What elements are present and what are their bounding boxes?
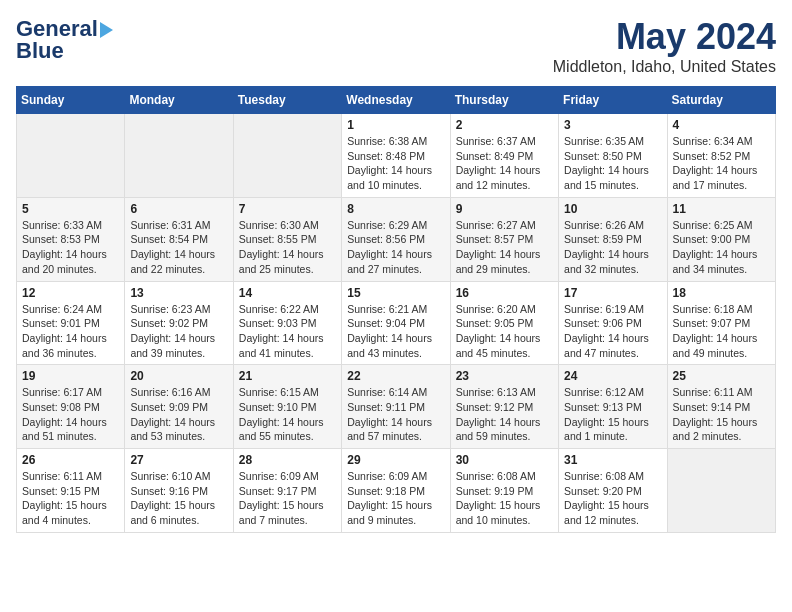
header-monday: Monday [125,87,233,114]
calendar-cell: 15Sunrise: 6:21 AMSunset: 9:04 PMDayligh… [342,281,450,365]
calendar-cell: 18Sunrise: 6:18 AMSunset: 9:07 PMDayligh… [667,281,775,365]
calendar-cell: 17Sunrise: 6:19 AMSunset: 9:06 PMDayligh… [559,281,667,365]
day-number: 14 [239,286,336,300]
calendar-cell: 24Sunrise: 6:12 AMSunset: 9:13 PMDayligh… [559,365,667,449]
day-number: 18 [673,286,770,300]
day-info: Sunrise: 6:11 AMSunset: 9:15 PMDaylight:… [22,469,119,528]
header-sunday: Sunday [17,87,125,114]
day-number: 5 [22,202,119,216]
subtitle: Middleton, Idaho, United States [553,58,776,76]
day-info: Sunrise: 6:25 AMSunset: 9:00 PMDaylight:… [673,218,770,277]
header-wednesday: Wednesday [342,87,450,114]
calendar-week-2: 5Sunrise: 6:33 AMSunset: 8:53 PMDaylight… [17,197,776,281]
day-number: 10 [564,202,661,216]
day-number: 26 [22,453,119,467]
day-info: Sunrise: 6:08 AMSunset: 9:20 PMDaylight:… [564,469,661,528]
calendar-cell [667,449,775,533]
calendar-cell: 3Sunrise: 6:35 AMSunset: 8:50 PMDaylight… [559,114,667,198]
calendar-cell: 31Sunrise: 6:08 AMSunset: 9:20 PMDayligh… [559,449,667,533]
day-number: 16 [456,286,553,300]
calendar-week-1: 1Sunrise: 6:38 AMSunset: 8:48 PMDaylight… [17,114,776,198]
calendar-cell: 11Sunrise: 6:25 AMSunset: 9:00 PMDayligh… [667,197,775,281]
day-number: 9 [456,202,553,216]
day-info: Sunrise: 6:21 AMSunset: 9:04 PMDaylight:… [347,302,444,361]
day-info: Sunrise: 6:30 AMSunset: 8:55 PMDaylight:… [239,218,336,277]
logo-blue-text: Blue [16,38,64,64]
calendar-header-row: Sunday Monday Tuesday Wednesday Thursday… [17,87,776,114]
day-info: Sunrise: 6:24 AMSunset: 9:01 PMDaylight:… [22,302,119,361]
day-info: Sunrise: 6:38 AMSunset: 8:48 PMDaylight:… [347,134,444,193]
day-number: 11 [673,202,770,216]
day-number: 21 [239,369,336,383]
day-info: Sunrise: 6:09 AMSunset: 9:17 PMDaylight:… [239,469,336,528]
day-number: 3 [564,118,661,132]
day-info: Sunrise: 6:33 AMSunset: 8:53 PMDaylight:… [22,218,119,277]
day-number: 23 [456,369,553,383]
header-thursday: Thursday [450,87,558,114]
header-friday: Friday [559,87,667,114]
day-info: Sunrise: 6:18 AMSunset: 9:07 PMDaylight:… [673,302,770,361]
day-info: Sunrise: 6:34 AMSunset: 8:52 PMDaylight:… [673,134,770,193]
calendar-cell: 26Sunrise: 6:11 AMSunset: 9:15 PMDayligh… [17,449,125,533]
day-info: Sunrise: 6:11 AMSunset: 9:14 PMDaylight:… [673,385,770,444]
day-number: 12 [22,286,119,300]
title-area: May 2024 Middleton, Idaho, United States [553,16,776,76]
header-saturday: Saturday [667,87,775,114]
day-info: Sunrise: 6:16 AMSunset: 9:09 PMDaylight:… [130,385,227,444]
calendar-cell: 8Sunrise: 6:29 AMSunset: 8:56 PMDaylight… [342,197,450,281]
day-number: 31 [564,453,661,467]
calendar-cell: 28Sunrise: 6:09 AMSunset: 9:17 PMDayligh… [233,449,341,533]
calendar-cell: 10Sunrise: 6:26 AMSunset: 8:59 PMDayligh… [559,197,667,281]
calendar-cell: 25Sunrise: 6:11 AMSunset: 9:14 PMDayligh… [667,365,775,449]
day-info: Sunrise: 6:17 AMSunset: 9:08 PMDaylight:… [22,385,119,444]
day-info: Sunrise: 6:35 AMSunset: 8:50 PMDaylight:… [564,134,661,193]
calendar-cell: 1Sunrise: 6:38 AMSunset: 8:48 PMDaylight… [342,114,450,198]
day-number: 27 [130,453,227,467]
day-number: 17 [564,286,661,300]
day-info: Sunrise: 6:23 AMSunset: 9:02 PMDaylight:… [130,302,227,361]
day-info: Sunrise: 6:31 AMSunset: 8:54 PMDaylight:… [130,218,227,277]
day-number: 28 [239,453,336,467]
day-info: Sunrise: 6:14 AMSunset: 9:11 PMDaylight:… [347,385,444,444]
day-number: 30 [456,453,553,467]
day-number: 6 [130,202,227,216]
calendar-week-4: 19Sunrise: 6:17 AMSunset: 9:08 PMDayligh… [17,365,776,449]
day-number: 25 [673,369,770,383]
calendar-cell: 23Sunrise: 6:13 AMSunset: 9:12 PMDayligh… [450,365,558,449]
calendar-cell: 19Sunrise: 6:17 AMSunset: 9:08 PMDayligh… [17,365,125,449]
day-number: 2 [456,118,553,132]
calendar-cell: 9Sunrise: 6:27 AMSunset: 8:57 PMDaylight… [450,197,558,281]
day-info: Sunrise: 6:12 AMSunset: 9:13 PMDaylight:… [564,385,661,444]
day-number: 24 [564,369,661,383]
day-info: Sunrise: 6:19 AMSunset: 9:06 PMDaylight:… [564,302,661,361]
day-number: 22 [347,369,444,383]
day-info: Sunrise: 6:10 AMSunset: 9:16 PMDaylight:… [130,469,227,528]
day-info: Sunrise: 6:22 AMSunset: 9:03 PMDaylight:… [239,302,336,361]
calendar-cell: 14Sunrise: 6:22 AMSunset: 9:03 PMDayligh… [233,281,341,365]
day-number: 15 [347,286,444,300]
main-title: May 2024 [553,16,776,58]
calendar-cell: 7Sunrise: 6:30 AMSunset: 8:55 PMDaylight… [233,197,341,281]
calendar-cell: 4Sunrise: 6:34 AMSunset: 8:52 PMDaylight… [667,114,775,198]
calendar-table: Sunday Monday Tuesday Wednesday Thursday… [16,86,776,533]
day-info: Sunrise: 6:37 AMSunset: 8:49 PMDaylight:… [456,134,553,193]
header-tuesday: Tuesday [233,87,341,114]
logo-arrow-icon [100,22,113,38]
day-info: Sunrise: 6:26 AMSunset: 8:59 PMDaylight:… [564,218,661,277]
day-number: 13 [130,286,227,300]
calendar-cell: 2Sunrise: 6:37 AMSunset: 8:49 PMDaylight… [450,114,558,198]
calendar-cell: 20Sunrise: 6:16 AMSunset: 9:09 PMDayligh… [125,365,233,449]
day-number: 8 [347,202,444,216]
day-number: 4 [673,118,770,132]
day-number: 19 [22,369,119,383]
calendar-cell [17,114,125,198]
day-info: Sunrise: 6:09 AMSunset: 9:18 PMDaylight:… [347,469,444,528]
calendar-cell: 12Sunrise: 6:24 AMSunset: 9:01 PMDayligh… [17,281,125,365]
logo: General Blue [16,16,113,64]
day-number: 20 [130,369,227,383]
calendar-week-3: 12Sunrise: 6:24 AMSunset: 9:01 PMDayligh… [17,281,776,365]
calendar-week-5: 26Sunrise: 6:11 AMSunset: 9:15 PMDayligh… [17,449,776,533]
calendar-cell [233,114,341,198]
calendar-cell [125,114,233,198]
day-info: Sunrise: 6:27 AMSunset: 8:57 PMDaylight:… [456,218,553,277]
